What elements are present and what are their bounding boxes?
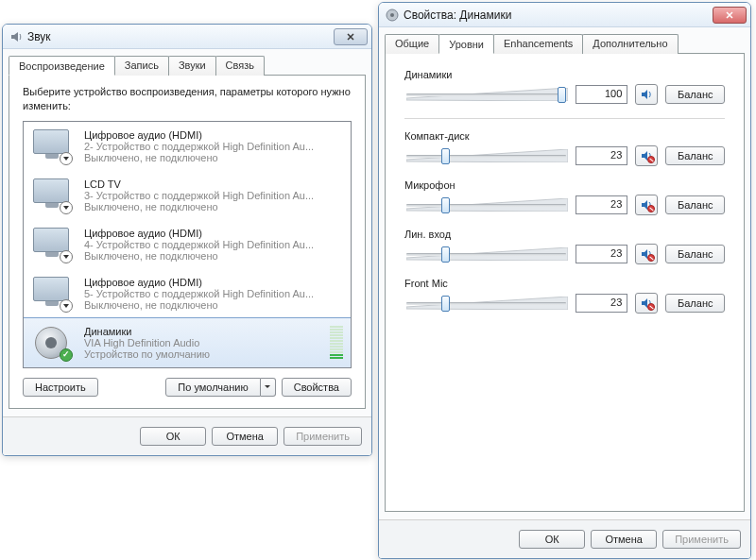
device-title: Динамики — [84, 326, 324, 337]
muted-icon — [647, 303, 655, 311]
chevron-down-icon — [264, 384, 271, 390]
mute-button[interactable] — [635, 84, 658, 105]
check-icon: ✓ — [60, 348, 73, 362]
arrow-down-icon — [60, 299, 73, 313]
set-default-button[interactable]: По умолчанию — [165, 378, 260, 397]
properties-button[interactable]: Свойства — [282, 378, 352, 397]
close-icon — [346, 32, 355, 42]
tab-общие[interactable]: Общие — [385, 34, 439, 54]
tab-дополнительно[interactable]: Дополнительно — [582, 34, 678, 54]
tab-panel: Выберите устройство воспроизведения, пар… — [9, 75, 366, 409]
monitor-icon — [31, 127, 77, 165]
device-status: Выключено, не подключено — [84, 250, 343, 262]
slider-thumb[interactable] — [441, 148, 450, 164]
configure-button[interactable]: Настроить — [23, 378, 98, 397]
window-title: Свойства: Динамики — [404, 8, 713, 22]
monitor-icon — [31, 177, 77, 214]
slider-thumb[interactable] — [441, 246, 450, 263]
speaker-icon: ✓ — [31, 324, 77, 362]
level-label: Лин. вход — [404, 229, 725, 240]
level-label: Компакт-диск — [404, 130, 725, 142]
volume-slider[interactable] — [404, 85, 568, 104]
titlebar[interactable]: Свойства: Динамики — [379, 3, 750, 27]
device-row[interactable]: ✓ДинамикиVIA High Definition AudioУстрой… — [23, 317, 352, 368]
device-title: Цифровое аудио (HDMI) — [84, 228, 343, 239]
balance-button[interactable]: Баланс — [665, 195, 725, 214]
level-section: Динамики100Баланс — [404, 69, 725, 105]
tab-воспроизведение[interactable]: Воспроизведение — [9, 56, 115, 76]
device-status: Выключено, не подключено — [84, 152, 343, 163]
close-icon — [725, 10, 734, 20]
balance-button[interactable]: Баланс — [665, 85, 725, 104]
tab-связь[interactable]: Связь — [215, 56, 265, 76]
tab-enhancements[interactable]: Enhancements — [493, 34, 583, 54]
volume-value[interactable]: 23 — [576, 195, 627, 214]
window-body: ВоспроизведениеЗаписьЗвукиСвязь Выберите… — [3, 49, 371, 455]
set-default-dropdown[interactable] — [261, 378, 276, 397]
close-button[interactable] — [334, 28, 368, 45]
cancel-button[interactable]: Отмена — [591, 530, 657, 549]
muted-icon — [647, 254, 655, 262]
tab-strip: ОбщиеУровниEnhancementsДополнительно — [385, 33, 745, 54]
balance-button[interactable]: Баланс — [665, 245, 725, 263]
speaker-properties-window: Свойства: Динамики ОбщиеУровниEnhancemen… — [378, 2, 751, 559]
device-row[interactable]: LCD TV3- Устройство с поддержкой High De… — [24, 171, 351, 220]
tab-panel: Динамики100БалансКомпакт-диск23БалансМик… — [385, 53, 745, 512]
device-status: Выключено, не подключено — [84, 201, 343, 212]
apply-button[interactable]: Применить — [662, 530, 741, 549]
ok-button[interactable]: ОК — [519, 530, 585, 549]
device-subtitle: 2- Устройство с поддержкой High Definiti… — [84, 141, 343, 152]
slider-thumb[interactable] — [441, 197, 450, 213]
muted-icon — [647, 156, 655, 163]
device-row[interactable]: Цифровое аудио (HDMI)5- Устройство с под… — [24, 269, 351, 318]
dialog-buttons: ОК Отмена Применить — [3, 416, 371, 455]
volume-slider[interactable] — [404, 245, 568, 263]
tab-уровни[interactable]: Уровни — [438, 34, 494, 54]
mute-button[interactable] — [635, 293, 658, 314]
cancel-button[interactable]: Отмена — [212, 427, 278, 446]
set-default-split-button[interactable]: По умолчанию — [165, 378, 275, 397]
volume-value[interactable]: 23 — [576, 245, 627, 263]
sound-window: Звук ВоспроизведениеЗаписьЗвукиСвязь Выб… — [2, 24, 372, 456]
mute-button[interactable] — [635, 145, 658, 166]
close-button[interactable] — [713, 7, 747, 24]
level-section: Лин. вход23Баланс — [404, 229, 725, 264]
slider-thumb[interactable] — [558, 87, 566, 103]
titlebar[interactable]: Звук — [3, 25, 371, 49]
muted-icon — [647, 205, 655, 212]
device-status: Выключено, не подключено — [84, 299, 343, 311]
device-row[interactable]: Цифровое аудио (HDMI)4- Устройство с под… — [24, 220, 351, 269]
window-body: ОбщиеУровниEnhancementsДополнительно Дин… — [379, 27, 750, 558]
device-row[interactable]: Цифровое аудио (HDMI)2- Устройство с под… — [24, 122, 351, 171]
monitor-icon — [31, 275, 77, 313]
balance-button[interactable]: Баланс — [665, 294, 725, 313]
arrow-down-icon — [60, 201, 73, 214]
volume-value[interactable]: 23 — [576, 146, 627, 165]
volume-value[interactable]: 23 — [576, 294, 627, 313]
device-subtitle: 5- Устройство с поддержкой High Definiti… — [84, 288, 343, 299]
volume-value[interactable]: 100 — [576, 85, 627, 104]
device-title: Цифровое аудио (HDMI) — [84, 129, 343, 141]
arrow-down-icon — [60, 152, 73, 165]
mute-button[interactable] — [635, 195, 658, 215]
volume-slider[interactable] — [404, 146, 568, 165]
device-list[interactable]: Цифровое аудио (HDMI)2- Устройство с под… — [23, 121, 352, 368]
device-subtitle: VIA High Definition Audio — [84, 337, 324, 348]
level-section: Компакт-диск23Баланс — [404, 130, 725, 166]
level-section: Front Mic23Баланс — [404, 278, 725, 314]
tab-запись[interactable]: Запись — [114, 56, 169, 76]
panel-buttons: Настроить По умолчанию Свойства — [23, 378, 352, 397]
device-title: Цифровое аудио (HDMI) — [84, 277, 343, 288]
ok-button[interactable]: ОК — [140, 427, 206, 446]
slider-thumb[interactable] — [441, 296, 450, 312]
volume-slider[interactable] — [404, 195, 568, 214]
balance-button[interactable]: Баланс — [665, 146, 725, 165]
level-label: Front Mic — [404, 278, 725, 289]
device-title: LCD TV — [84, 178, 343, 190]
arrow-down-icon — [60, 250, 73, 263]
volume-slider[interactable] — [404, 294, 568, 313]
device-subtitle: 3- Устройство с поддержкой High Definiti… — [84, 190, 343, 201]
mute-button[interactable] — [635, 244, 658, 264]
apply-button[interactable]: Применить — [284, 427, 362, 446]
tab-звуки[interactable]: Звуки — [168, 56, 216, 76]
